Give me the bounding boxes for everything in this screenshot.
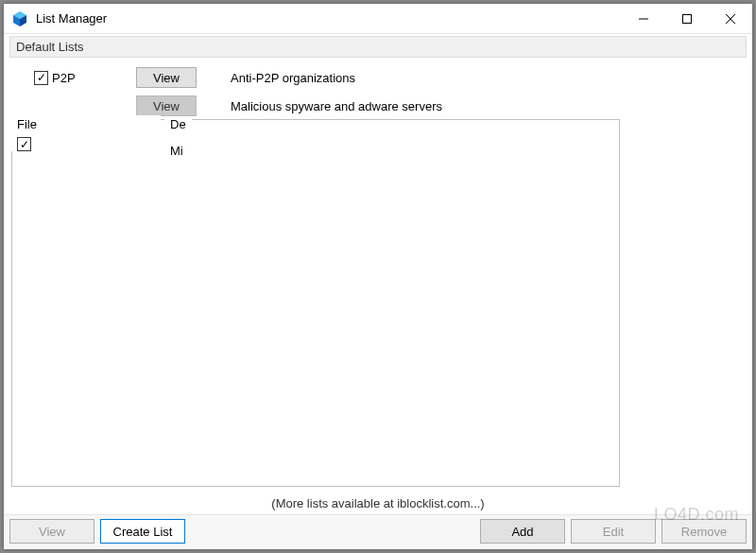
title-bar: List Manager — [4, 4, 752, 34]
view-button[interactable]: View — [136, 95, 197, 116]
maximize-button[interactable] — [665, 4, 709, 33]
close-button[interactable] — [709, 4, 752, 33]
bottom-toolbar: View Create List Add Edit Remove — [4, 514, 752, 549]
svg-rect-4 — [683, 14, 692, 23]
checkbox-p2p[interactable] — [34, 71, 48, 85]
window-title: List Manager — [36, 11, 622, 26]
footer-note: (More lists available at iblocklist.com.… — [4, 496, 752, 510]
view-button[interactable]: View — [136, 67, 197, 88]
minimize-button[interactable] — [622, 4, 665, 33]
partial-text-mi: Mi — [164, 144, 189, 158]
checkbox-label: P2P — [52, 71, 76, 85]
add-button[interactable]: Add — [480, 519, 565, 544]
list-row: P2P View Anti-P2P organizations — [13, 63, 743, 92]
overlay-checkbox[interactable] — [17, 137, 31, 151]
remove-button[interactable]: Remove — [662, 519, 747, 544]
edit-button[interactable]: Edit — [571, 519, 656, 544]
create-list-button[interactable]: Create List — [100, 519, 185, 544]
partial-text-de: De — [164, 117, 192, 131]
file-menu-overlay: File — [9, 115, 161, 151]
bottom-view-button[interactable]: View — [9, 519, 94, 544]
listview-panel — [11, 119, 620, 487]
app-window: List Manager Default Lists P2P — [4, 4, 752, 549]
list-description: Malicious spyware and adware servers — [231, 99, 743, 113]
app-cube-icon — [11, 10, 28, 27]
menu-file[interactable]: File — [13, 115, 157, 133]
group-header: Default Lists — [9, 36, 747, 58]
list-description: Anti-P2P organizations — [231, 71, 743, 85]
window-controls — [622, 4, 752, 33]
